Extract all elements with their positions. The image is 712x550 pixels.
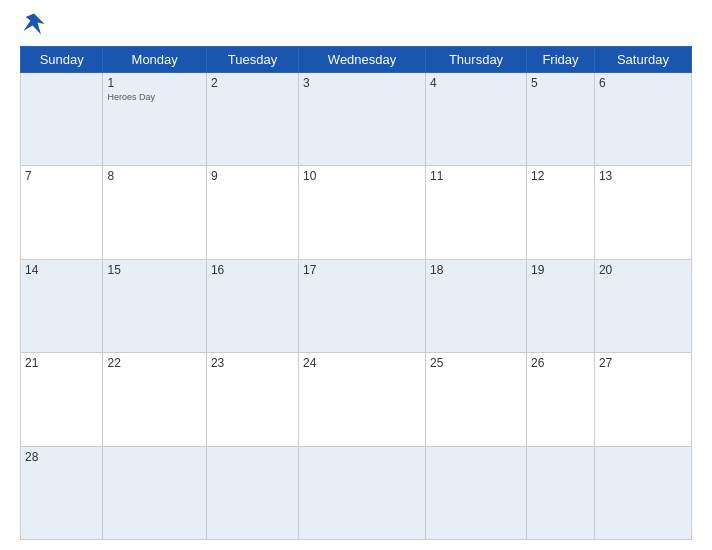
day-number: 5: [531, 76, 590, 90]
day-number: 21: [25, 356, 98, 370]
day-number: 12: [531, 169, 590, 183]
day-number: 27: [599, 356, 687, 370]
day-number: 10: [303, 169, 421, 183]
day-number: 22: [107, 356, 201, 370]
calendar-cell: 18: [426, 259, 527, 352]
calendar-cell: 19: [527, 259, 595, 352]
calendar-cell: 22: [103, 353, 206, 446]
calendar-cell: 6: [594, 73, 691, 166]
calendar-cell: 3: [299, 73, 426, 166]
day-header-thursday: Thursday: [426, 47, 527, 73]
day-number: 9: [211, 169, 294, 183]
calendar-cell: 28: [21, 446, 103, 539]
week-row-2: 78910111213: [21, 166, 692, 259]
calendar-cell: 26: [527, 353, 595, 446]
day-number: 13: [599, 169, 687, 183]
day-number: 20: [599, 263, 687, 277]
day-number: 28: [25, 450, 98, 464]
calendar-cell: 10: [299, 166, 426, 259]
day-header-friday: Friday: [527, 47, 595, 73]
calendar-cell: 15: [103, 259, 206, 352]
calendar-cell: 8: [103, 166, 206, 259]
calendar-cell: 23: [206, 353, 298, 446]
day-number: 7: [25, 169, 98, 183]
calendar-cell: 20: [594, 259, 691, 352]
day-number: 6: [599, 76, 687, 90]
day-number: 15: [107, 263, 201, 277]
day-number: 11: [430, 169, 522, 183]
day-header-wednesday: Wednesday: [299, 47, 426, 73]
calendar-cell: 24: [299, 353, 426, 446]
logo: [20, 10, 52, 38]
day-number: 25: [430, 356, 522, 370]
week-row-3: 14151617181920: [21, 259, 692, 352]
day-number: 3: [303, 76, 421, 90]
day-number: 14: [25, 263, 98, 277]
day-number: 4: [430, 76, 522, 90]
calendar-cell: [206, 446, 298, 539]
calendar-cell: 9: [206, 166, 298, 259]
day-number: 18: [430, 263, 522, 277]
calendar-cell: [103, 446, 206, 539]
calendar-cell: 5: [527, 73, 595, 166]
day-header-sunday: Sunday: [21, 47, 103, 73]
day-number: 16: [211, 263, 294, 277]
day-header-monday: Monday: [103, 47, 206, 73]
logo-bird-icon: [20, 10, 48, 38]
calendar-cell: 11: [426, 166, 527, 259]
days-header-row: SundayMondayTuesdayWednesdayThursdayFrid…: [21, 47, 692, 73]
day-number: 23: [211, 356, 294, 370]
calendar-cell: 17: [299, 259, 426, 352]
calendar-header: [20, 10, 692, 38]
calendar-cell: [527, 446, 595, 539]
calendar-cell: 14: [21, 259, 103, 352]
holiday-label: Heroes Day: [107, 92, 201, 102]
calendar-cell: 2: [206, 73, 298, 166]
week-row-4: 21222324252627: [21, 353, 692, 446]
day-number: 19: [531, 263, 590, 277]
calendar-cell: 16: [206, 259, 298, 352]
day-number: 1: [107, 76, 201, 90]
day-number: 17: [303, 263, 421, 277]
svg-marker-0: [24, 14, 45, 35]
calendar-cell: 12: [527, 166, 595, 259]
day-number: 24: [303, 356, 421, 370]
calendar-cell: [21, 73, 103, 166]
day-number: 2: [211, 76, 294, 90]
calendar-cell: 27: [594, 353, 691, 446]
calendar-cell: [594, 446, 691, 539]
calendar-cell: 21: [21, 353, 103, 446]
day-header-saturday: Saturday: [594, 47, 691, 73]
day-number: 26: [531, 356, 590, 370]
calendar-cell: 1Heroes Day: [103, 73, 206, 166]
day-number: 8: [107, 169, 201, 183]
week-row-5: 28: [21, 446, 692, 539]
calendar-cell: 25: [426, 353, 527, 446]
week-row-1: 1Heroes Day23456: [21, 73, 692, 166]
calendar-cell: 4: [426, 73, 527, 166]
calendar-table: SundayMondayTuesdayWednesdayThursdayFrid…: [20, 46, 692, 540]
day-header-tuesday: Tuesday: [206, 47, 298, 73]
calendar-cell: 7: [21, 166, 103, 259]
calendar-cell: [299, 446, 426, 539]
calendar-cell: [426, 446, 527, 539]
calendar-cell: 13: [594, 166, 691, 259]
